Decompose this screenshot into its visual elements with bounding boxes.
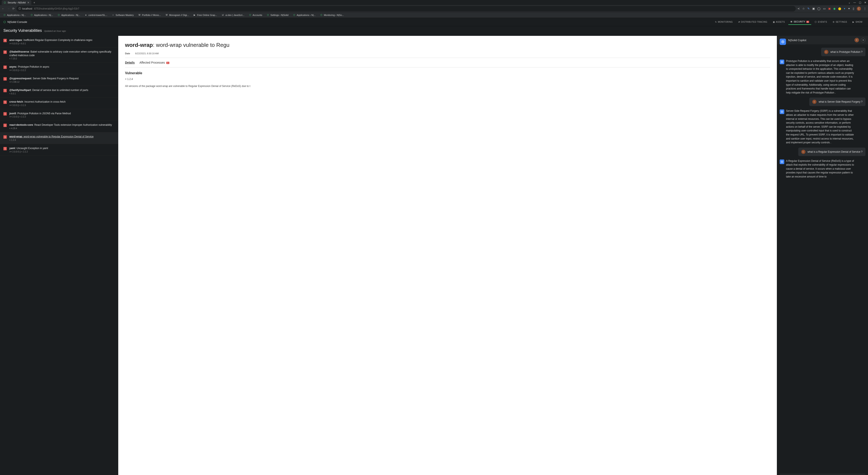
vulnerability-item[interactable]: 1@cypress/request: Server-Side Request F… [0,74,118,86]
nav-item-show[interactable]: ▶SHOW [850,19,865,25]
bookmark-item[interactable]: ⬡Accounts [247,13,264,17]
nav-item-monitoring[interactable]: ↻MONITORING [713,19,735,25]
vuln-title: @babel/traverse: Babel vulnerable to arb… [9,50,115,57]
maximize-icon[interactable]: ▢ [859,1,861,4]
share-icon[interactable]: ≺ [798,7,800,10]
nav-item-distributed-tracing[interactable]: ⇄DISTRIBUTED TRACING [736,19,770,25]
vuln-range: >= 2.0.0 || < 2.2.2 [9,116,115,118]
nav-label: EVENTS [818,21,827,23]
new-tab-button[interactable]: + [33,1,35,4]
ext-circle-icon[interactable]: ◯ [817,7,820,10]
nav-item-assets[interactable]: ▣ASSETS [771,19,787,25]
bookmark-label: Applications › N|... [61,14,80,16]
vulnerability-item[interactable]: 1word-wrap: word-wrap vulnerable to Regu… [0,132,118,144]
message-text: A Regular Expression Denial of Service (… [786,159,856,179]
vuln-title: @cypress/request: Server-Side Request Fo… [9,77,115,80]
close-tab-icon[interactable]: ✕ [27,1,29,4]
panel-icon[interactable]: ▯ [853,7,854,10]
vulnerability-item[interactable]: 2@babel/traverse: Babel vulnerable to ar… [0,48,118,63]
ext-blue-icon[interactable]: ▾ [844,7,845,10]
vulnerability-item[interactable]: 1@fastify/multipart: Denial of service d… [0,86,118,97]
vulnerability-item[interactable]: 1yaml: Uncaught Exception in yaml>= 2.0.… [0,144,118,156]
ext-cube-icon[interactable]: ▣ [812,7,815,10]
ext-pen-icon[interactable]: ✎ [807,7,810,10]
vulnerability-item[interactable]: 1json5: Prototype Pollution in JSON5 via… [0,109,118,121]
tab-affected-processes[interactable]: Affected Processes 1 [140,61,169,64]
bookmark-item[interactable]: ⬡Settings › N|Solid [265,13,290,17]
bookmark-label: Applications › N|... [297,14,315,16]
nav-item-security[interactable]: ⛨SECURITY9 [788,19,811,25]
chevron-down-icon[interactable]: ⌄ [848,1,850,4]
bookmark-item[interactable]: ⬡Applications › N|... [56,13,82,17]
vulnerability-detail: word-wrap: word-wrap vulnerable to Regu … [118,36,777,475]
bookmark-label: Applications › N|... [34,14,53,16]
bookmark-item[interactable]: MMonogram // Digi... [164,13,190,17]
vulnerability-item[interactable]: 4ansi-regex: Inefficient Regular Express… [0,36,118,48]
vuln-count-badge: 1 [3,147,7,150]
vuln-count-badge: 1 [3,112,7,116]
detail-meta: Date 6/22/2023, 8:30:18 AM [125,52,770,58]
url-input[interactable]: ⓘ localhost:6753/vulnerability/GHSA-j8xg… [16,6,796,11]
detail-section-title: Vulnerable [125,71,770,75]
bookmark-icon: M [165,13,168,17]
tab-details[interactable]: Details [125,61,135,64]
ext-rect-icon[interactable]: ▭ [823,7,826,10]
profile-avatar[interactable]: C [857,6,861,11]
nav-item-settings[interactable]: ⚙SETTINGS [831,19,849,25]
bookmark-item[interactable]: uiui.dev | JavaScri... [220,13,246,17]
vuln-range: < 1.2.4 [9,139,115,141]
detail-version-line: < 1.2.4 [125,77,770,81]
bookmark-icon: ⬡ [3,13,6,17]
vuln-count-badge: 1 [3,89,7,92]
bookmark-label: Monitoring › N|So... [324,14,344,16]
bookmark-icon: ⬡ [320,13,323,17]
message-text: what is Server-Side Request Forgery ? [818,100,863,103]
reload-button[interactable]: ⟳ [12,7,14,10]
bookmark-item[interactable]: ●control-tower/SL... [83,13,108,17]
vulnerability-list[interactable]: 4ansi-regex: Inefficient Regular Express… [0,36,118,475]
bookmark-item[interactable]: ▪Software Mastery [110,13,135,17]
menu-icon[interactable]: ⋮ [864,7,866,10]
browser-tab[interactable]: ⬡ Security › N|Solid ✕ [2,0,31,5]
copilot-input[interactable]: ask me something or see the recommended … [780,474,865,475]
forward-button[interactable]: → [7,7,10,10]
user-avatar-icon: C [801,150,805,154]
vuln-range: <= 2.88.12 [9,81,115,83]
nav-label: SETTINGS [836,21,847,23]
copilot-messages[interactable]: Cwhat is Prototype Pollution ?Prototype … [777,44,868,471]
ext-yellow-icon[interactable]: ⬤ [838,7,841,10]
ext-green-icon[interactable]: ◉ [833,7,836,10]
bookmark-star-icon[interactable]: ☆ [802,7,805,10]
message-text: what is a Regular Expression Denial of S… [808,150,863,153]
copilot-message-bot: A Regular Expression Denial of Service (… [780,159,865,179]
vuln-range: >= 3.0.0 || < 3.2.2 [9,69,115,71]
bookmark-icon: ⬡ [293,13,296,17]
vuln-count-badge: 1 [3,77,7,81]
svg-point-2 [781,61,783,63]
vulnerability-item[interactable]: 1react-devtools-core: React Developer To… [0,121,118,132]
bookmark-item[interactable]: ⬡Applications › N|... [29,13,54,17]
bookmark-item[interactable]: ⬡Applications › N|... [2,13,27,17]
vuln-title: @fastify/multipart: Denial of service du… [9,88,115,92]
bookmark-item[interactable]: ▶Free Online Grap... [192,13,218,17]
nav-arrows: ← → ⟳ [2,7,14,10]
info-icon[interactable]: ⓘ [19,7,21,10]
minimize-icon[interactable]: — [854,1,856,4]
bookmark-label: Applications › N|... [7,14,26,16]
bookmark-item[interactable]: ⬡Applications › N|... [291,13,317,17]
vulnerability-item[interactable]: 1cross-fetch: Incorrect Authorization in… [0,97,118,109]
app-logo[interactable]: ⬡ N|Solid Console [3,20,27,24]
bookmark-item[interactable]: ⬡Monitoring › N|So... [318,13,345,17]
extensions-icon[interactable]: ✦ [848,7,850,10]
copilot-user-avatar[interactable]: C [855,38,859,42]
close-window-icon[interactable]: ✕ [864,1,866,4]
copilot-close-button[interactable]: ✕ [861,38,865,42]
ext-red-icon[interactable]: ▣ [828,7,831,10]
user-avatar-icon: C [812,100,816,104]
nav-label: ASSETS [776,21,785,23]
bookmark-item[interactable]: MPortfolio // Mono... [137,13,162,17]
back-button[interactable]: ← [2,7,4,10]
nav-item-events[interactable]: ⓘEVENTS [812,19,829,25]
app-name: N|Solid Console [7,20,27,24]
vulnerability-item[interactable]: 2async: Prototype Pollution in async>= 3… [0,63,118,74]
